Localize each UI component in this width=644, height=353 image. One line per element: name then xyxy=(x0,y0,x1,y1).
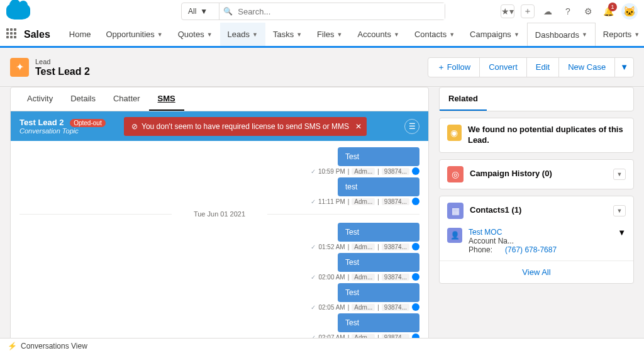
contact-avatar-icon: 👤 xyxy=(447,228,462,243)
contact-name-link[interactable]: Test MOC xyxy=(469,228,502,237)
message-meta: ✓10:59 PM|Adm...|93874... xyxy=(311,167,419,175)
trailhead-icon[interactable]: ☁ xyxy=(541,4,555,18)
help-icon[interactable]: ? xyxy=(561,4,575,18)
nav-item-home[interactable]: Home xyxy=(62,23,99,46)
contacts-card: ▦ Contacts1 (1) ▼ 👤 Test MOC Account Na.… xyxy=(439,196,634,284)
chevron-down-icon: ▼ xyxy=(296,31,302,38)
convert-button[interactable]: Convert xyxy=(479,57,527,77)
date-separator: Tue Jun 01 2021 xyxy=(19,210,419,218)
more-actions-button[interactable]: ▼ xyxy=(614,57,634,77)
nav-item-accounts[interactable]: Accounts ▼ xyxy=(350,23,406,46)
tab-chatter[interactable]: Chatter xyxy=(104,87,149,111)
global-search[interactable]: All ▼ 🔍 xyxy=(181,3,445,20)
campaign-title[interactable]: Campaign History (0) xyxy=(470,169,552,179)
chevron-down-icon: ▼ xyxy=(200,7,208,16)
message-meta: ✓02:00 AM|Adm...|93874... xyxy=(311,273,419,281)
search-scope-label: All xyxy=(188,7,196,16)
record-type: Lead xyxy=(35,58,50,65)
tab-sms[interactable]: SMS xyxy=(149,87,184,111)
chevron-down-icon: ▼ xyxy=(157,31,163,38)
favorites-icon[interactable]: ★▾ xyxy=(501,4,514,18)
message-row: Test✓01:52 AM|Adm...|93874... xyxy=(19,223,419,250)
contact-phone-link[interactable]: (767) 678-7687 xyxy=(505,245,557,254)
chevron-down-icon: ▼ xyxy=(394,31,399,38)
message-meta: ✓02:05 AM|Adm...|93874... xyxy=(311,303,419,311)
check-icon: ✓ xyxy=(311,244,316,250)
conv-menu-icon[interactable]: ☰ xyxy=(404,119,419,134)
nav-item-tasks[interactable]: Tasks ▼ xyxy=(265,23,309,46)
notifications-icon[interactable]: 🔔1 xyxy=(601,4,615,18)
nav-item-leads[interactable]: Leads ▼ xyxy=(220,23,265,46)
related-title[interactable]: Related xyxy=(440,87,487,111)
chevron-down-icon: ▼ xyxy=(582,31,587,38)
channel-dot-icon xyxy=(412,198,419,205)
add-icon[interactable]: ＋ xyxy=(521,4,535,18)
nav-item-reports[interactable]: Reports ▼ xyxy=(596,23,644,46)
duplicates-text: We found no potential duplicates of this… xyxy=(468,125,626,146)
app-launcher-icon[interactable] xyxy=(6,28,16,41)
campaign-history-card: ◎ Campaign History (0) ▼ xyxy=(439,159,634,189)
channel-dot-icon xyxy=(412,303,419,311)
app-name: Sales xyxy=(24,29,50,40)
setup-gear-icon[interactable]: ⚙ xyxy=(581,4,595,18)
chevron-down-icon: ▼ xyxy=(634,31,640,38)
message-bubble: Test xyxy=(338,313,419,332)
contacts-menu-button[interactable]: ▼ xyxy=(613,205,626,216)
campaign-icon: ◎ xyxy=(447,166,464,182)
salesforce-logo-icon xyxy=(6,3,30,20)
follow-button[interactable]: ＋Follow xyxy=(428,57,480,77)
contacts-title[interactable]: Contacts1 (1) xyxy=(470,205,521,216)
message-row: Test✓02:07 AM|Adm...|93874... xyxy=(19,313,419,341)
lightning-icon: ⚡ xyxy=(8,342,17,350)
close-error-icon[interactable]: ✕ xyxy=(355,122,362,131)
contact-row-menu-button[interactable]: ▼ xyxy=(618,228,626,254)
check-icon: ✓ xyxy=(311,198,316,205)
record-tabs: ActivityDetailsChatterSMS xyxy=(11,87,428,111)
channel-dot-icon xyxy=(412,243,419,250)
message-row: test✓11:11 PM|Adm...|93874... xyxy=(19,177,419,205)
contact-account-label: Account Na... xyxy=(469,237,557,245)
duplicates-icon: ◉ xyxy=(447,125,462,141)
chat-stream: Test✓10:59 PM|Adm...|93874...test✓11:11 … xyxy=(11,141,428,351)
tab-details[interactable]: Details xyxy=(62,87,104,111)
message-meta: ✓01:52 AM|Adm...|93874... xyxy=(311,243,419,250)
conv-subtitle: Conversation Topic xyxy=(19,127,106,135)
edit-button[interactable]: Edit xyxy=(526,57,559,77)
nav-item-quotes[interactable]: Quotes ▼ xyxy=(170,23,220,46)
nav-item-opportunities[interactable]: Opportunities ▼ xyxy=(99,23,170,46)
duplicates-card: ◉ We found no potential duplicates of th… xyxy=(439,118,634,153)
record-actions: ＋Follow Convert Edit New Case ▼ xyxy=(428,57,634,77)
channel-dot-icon xyxy=(412,273,419,281)
license-error-banner: ⊘ You don't seem to have required licens… xyxy=(124,117,367,136)
chevron-down-icon: ▼ xyxy=(207,31,213,38)
view-all-link[interactable]: View All xyxy=(440,261,633,283)
conversation-header: Test Lead 2 Opted-out Conversation Topic… xyxy=(11,111,428,141)
record-header: ✦ Lead Test Lead 2 ＋Follow Convert Edit … xyxy=(0,48,644,87)
new-case-button[interactable]: New Case xyxy=(558,57,615,77)
conv-lead-name: Test Lead 2 xyxy=(19,118,64,127)
chevron-down-icon: ▼ xyxy=(337,31,343,38)
tab-activity[interactable]: Activity xyxy=(18,87,62,111)
check-icon: ✓ xyxy=(311,304,316,311)
user-avatar[interactable]: 🐱 xyxy=(621,3,638,20)
message-bubble: Test xyxy=(338,283,419,302)
message-bubble: Test xyxy=(338,253,419,272)
search-input[interactable] xyxy=(233,3,445,20)
check-icon: ✓ xyxy=(311,274,316,281)
search-scope-select[interactable]: All ▼ xyxy=(182,3,219,20)
message-meta: ✓11:11 PM|Adm...|93874... xyxy=(311,198,419,205)
campaign-menu-button[interactable]: ▼ xyxy=(613,169,626,180)
contact-phone-label: Phone: xyxy=(469,245,492,254)
message-row: Test✓02:00 AM|Adm...|93874... xyxy=(19,253,419,281)
global-header: All ▼ 🔍 ★▾ ＋ ☁ ? ⚙ 🔔1 🐱 xyxy=(0,0,644,23)
message-bubble: Test xyxy=(338,147,419,166)
chevron-down-icon: ▼ xyxy=(449,31,455,38)
nav-item-contacts[interactable]: Contacts ▼ xyxy=(407,23,462,46)
conversations-view-button[interactable]: Conversations View xyxy=(21,342,87,350)
prohibit-icon: ⊘ xyxy=(131,122,138,131)
nav-item-dashboards[interactable]: Dashboards ▼ xyxy=(527,23,596,46)
nav-item-files[interactable]: Files ▼ xyxy=(309,23,350,46)
check-icon: ✓ xyxy=(311,168,316,175)
app-nav: Sales HomeOpportunities ▼Quotes ▼Leads ▼… xyxy=(0,23,644,48)
nav-item-campaigns[interactable]: Campaigns ▼ xyxy=(462,23,527,46)
